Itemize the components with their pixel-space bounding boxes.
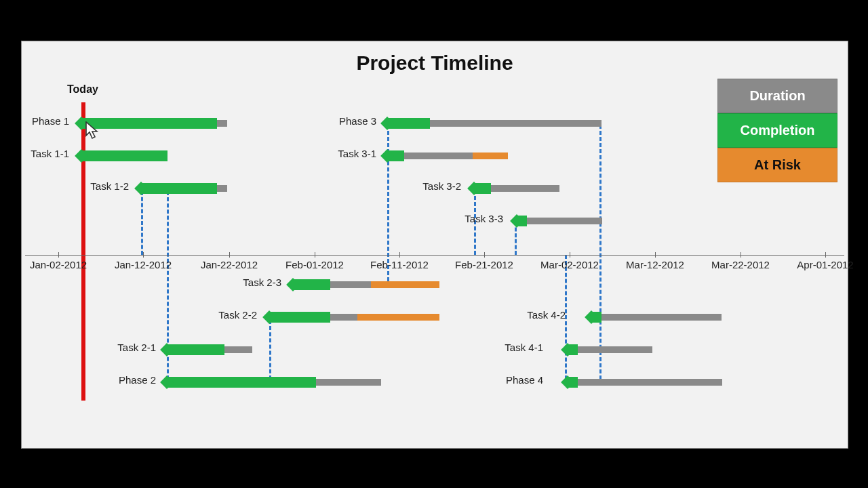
row-label: Task 2-3 (243, 277, 281, 288)
axis-tick-label: Jan-22-2012 (201, 259, 258, 270)
bar-phase-4: Phase 4 (22, 377, 848, 388)
legend: Duration Completion At Risk (717, 79, 837, 182)
today-label: Today (67, 83, 98, 96)
axis-tick-label: Feb-11-2012 (370, 259, 429, 270)
cursor-icon (85, 121, 100, 140)
axis-tick-label: Mar-02-2012 (540, 259, 599, 270)
row-label: Task 4-1 (505, 342, 543, 353)
axis-tick-label: Mar-12-2012 (626, 259, 684, 270)
bar-task-4-1: Task 4-1 (22, 344, 848, 355)
bar-task-3-3: Task 3-3 (22, 216, 848, 226)
axis-tick-label: Apr-01-2012 (797, 259, 853, 270)
bar-task-4-2: Task 4-2 (22, 312, 848, 323)
legend-duration: Duration (717, 79, 837, 113)
row-label: Phase 4 (506, 374, 543, 386)
bar-phase-3: Phase 3 (22, 118, 848, 129)
row-label: Task 3-2 (422, 180, 461, 192)
chart-title: Project Timeline (22, 52, 848, 75)
bar-task-3-2: Task 3-2 (22, 183, 848, 194)
axis-tick-label: Jan-02-2012 (30, 259, 87, 270)
axis-tick-label: Mar-22-2012 (711, 259, 770, 270)
row-label: Phase 3 (339, 115, 376, 127)
row-label: Task 4-2 (527, 309, 566, 321)
today-marker (81, 102, 85, 401)
date-axis: Jan-02-2012 Jan-12-2012 Jan-22-2012 Feb-… (25, 255, 844, 256)
axis-tick-label: Jan-12-2012 (115, 259, 172, 270)
axis-tick-label: Feb-01-2012 (285, 259, 344, 270)
row-label: Task 3-3 (465, 213, 503, 224)
bar-task-3-1: Task 3-1 (22, 150, 848, 161)
row-label: Task 3-1 (338, 148, 376, 159)
chart-canvas: Project Timeline Duration Completion At … (21, 41, 848, 449)
bar-task-2-3: Task 2-3 (22, 279, 848, 290)
axis-tick-label: Feb-21-2012 (455, 259, 513, 270)
